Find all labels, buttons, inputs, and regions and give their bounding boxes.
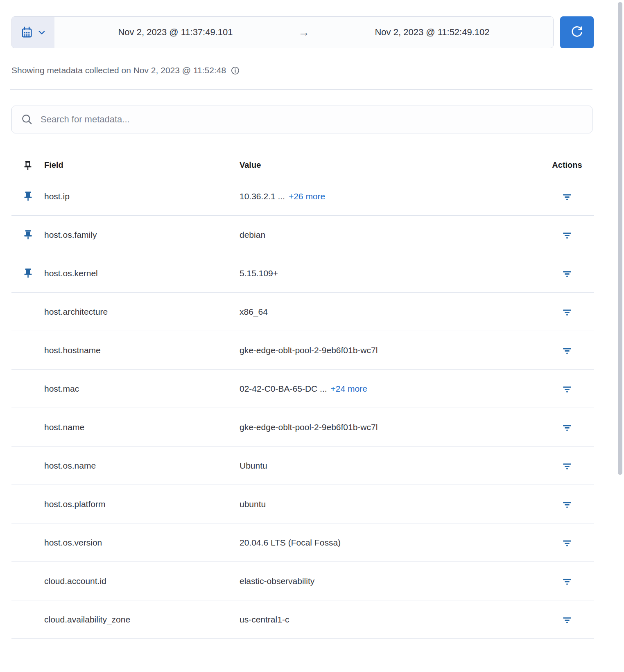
pin-column-icon	[21, 159, 34, 172]
table-row: host.hostname gke-edge-oblt-pool-2-9eb6f…	[11, 331, 594, 370]
field-value: ubuntu	[240, 499, 266, 509]
table-row: host.os.family debian	[11, 216, 594, 254]
more-values-link[interactable]: +24 more	[331, 384, 367, 394]
table-row: host.name gke-edge-oblt-pool-2-9eb6f01b-…	[11, 408, 594, 446]
field-value: 20.04.6 LTS (Focal Fossa)	[240, 538, 341, 548]
arrow-right-icon: →	[296, 27, 311, 38]
search-icon	[21, 113, 33, 126]
metadata-panel: Nov 2, 2023 @ 11:37:49.101 → Nov 2, 2023…	[0, 0, 624, 672]
filter-action-icon[interactable]	[558, 573, 576, 590]
table-row: host.ip 10.36.2.1 ... +26 more	[11, 177, 594, 216]
table-row: host.architecture x86_64	[11, 293, 594, 331]
filter-action-icon[interactable]	[558, 226, 576, 244]
filter-action-icon[interactable]	[558, 534, 576, 551]
start-date-button[interactable]: Nov 2, 2023 @ 11:37:49.101	[54, 17, 296, 48]
field-name: host.mac	[44, 384, 240, 394]
field-name: host.hostname	[44, 345, 240, 355]
pinned-icon[interactable]	[19, 226, 37, 244]
metadata-table-header: Field Value Actions	[11, 153, 594, 177]
info-icon[interactable]	[231, 66, 240, 75]
field-name: host.os.version	[44, 538, 240, 548]
filter-action-icon[interactable]	[558, 457, 576, 474]
actions-column-header: Actions	[540, 160, 594, 170]
table-row: host.os.name Ubuntu	[11, 446, 594, 485]
pinned-icon[interactable]	[19, 187, 37, 205]
metadata-collected-note: Showing metadata collected on Nov 2, 202…	[11, 65, 240, 75]
field-value: debian	[240, 230, 265, 240]
field-value: 02-42-C0-BA-65-DC ...	[240, 384, 327, 394]
time-range-bar: Nov 2, 2023 @ 11:37:49.101 → Nov 2, 2023…	[11, 16, 594, 48]
filter-action-icon[interactable]	[558, 342, 576, 359]
filter-action-icon[interactable]	[558, 303, 576, 320]
more-values-link[interactable]: +26 more	[289, 192, 325, 201]
value-column-header: Value	[240, 160, 540, 170]
metadata-table-body: host.ip 10.36.2.1 ... +26 more	[11, 177, 594, 639]
field-name: host.name	[44, 422, 240, 432]
filter-action-icon[interactable]	[558, 611, 576, 628]
pinned-icon[interactable]	[19, 264, 37, 282]
field-value: x86_64	[240, 307, 268, 317]
section-divider	[10, 89, 592, 90]
field-name: host.ip	[44, 192, 240, 201]
chevron-down-icon	[37, 28, 46, 37]
super-date-picker: Nov 2, 2023 @ 11:37:49.101 → Nov 2, 2023…	[11, 16, 554, 48]
field-value: gke-edge-oblt-pool-2-9eb6f01b-wc7l	[240, 422, 378, 432]
metadata-search-box	[11, 106, 592, 133]
filter-action-icon[interactable]	[558, 496, 576, 513]
field-value: elastic-observability	[240, 576, 314, 586]
field-value: 5.15.109+	[240, 268, 278, 278]
search-input[interactable]	[41, 114, 583, 125]
field-value: 10.36.2.1 ...	[240, 192, 285, 201]
field-name: host.os.family	[44, 230, 240, 240]
table-row: host.os.version 20.04.6 LTS (Focal Fossa…	[11, 523, 594, 562]
table-row: cloud.account.id elastic-observability	[11, 562, 594, 600]
vertical-scrollbar-thumb[interactable]	[618, 2, 622, 475]
table-row: host.os.kernel 5.15.109+	[11, 254, 594, 293]
field-name: host.os.kernel	[44, 268, 240, 278]
field-value: Ubuntu	[240, 461, 267, 471]
date-quick-select-button[interactable]	[12, 17, 54, 48]
refresh-button[interactable]	[560, 16, 594, 48]
filter-action-icon[interactable]	[558, 380, 576, 397]
field-column-header: Field	[44, 160, 240, 170]
filter-action-icon[interactable]	[558, 188, 576, 205]
field-name: cloud.availability_zone	[44, 615, 240, 625]
filter-action-icon[interactable]	[558, 419, 576, 436]
metadata-table: Field Value Actions host.ip 10.36.2.1 ..…	[11, 153, 594, 639]
field-value: us-central1-c	[240, 615, 289, 625]
table-row: host.mac 02-42-C0-BA-65-DC ... +24 more	[11, 370, 594, 408]
field-name: host.os.name	[44, 461, 240, 471]
table-row: host.os.platform ubuntu	[11, 485, 594, 523]
field-value: gke-edge-oblt-pool-2-9eb6f01b-wc7l	[240, 345, 378, 355]
metadata-collected-text: Showing metadata collected on Nov 2, 202…	[11, 65, 226, 75]
refresh-icon	[570, 25, 584, 40]
table-row: cloud.availability_zone us-central1-c	[11, 600, 594, 639]
field-name: cloud.account.id	[44, 576, 240, 586]
end-date-button[interactable]: Nov 2, 2023 @ 11:52:49.102	[311, 17, 553, 48]
field-name: host.architecture	[44, 307, 240, 317]
field-name: host.os.platform	[44, 499, 240, 509]
calendar-icon	[20, 26, 34, 39]
filter-action-icon[interactable]	[558, 265, 576, 282]
